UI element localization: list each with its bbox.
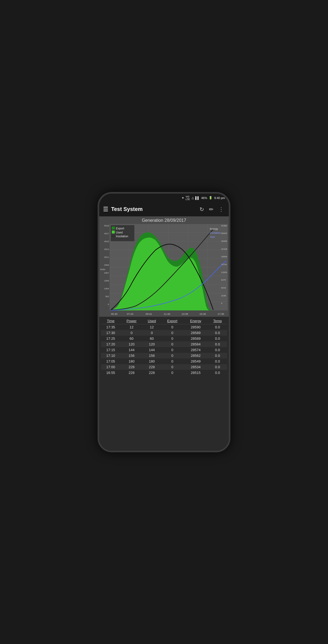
svg-text:Insolation: Insolation [116,234,128,238]
table-cell: 0.0 [208,358,227,364]
table-cell: 228 [121,370,143,376]
col-temp: Temp [208,318,227,324]
table-row: 17:3512120285900.0 [101,324,227,330]
table-row: 16:552282280285150.0 [101,370,227,376]
y-left-label: 2007 [104,272,109,274]
svg-text:05:45: 05:45 [111,312,118,315]
table-cell: 0 [161,358,184,364]
table-cell: 16:55 [101,370,121,376]
table-cell: 28534 [184,364,208,370]
pin-button[interactable]: ✏ [208,205,215,214]
battery-text: 46% [201,196,207,200]
table-row: 17:2560600285890.0 [101,336,227,341]
table-cell: 0.0 [208,370,227,376]
y-right-label: 0 [221,302,227,305]
chart-title: Generation 28/09/2017 [100,218,228,223]
chart-svg: Export Used Insolation Energy Insolation… [110,224,228,316]
y-right-label: 25266 [221,240,227,242]
col-time: Time [101,318,121,324]
table-cell: 17:30 [101,330,121,336]
table-cell: 17:00 [101,364,121,370]
table-cell: 0 [121,330,143,336]
svg-text:17:35: 17:35 [218,312,224,315]
table-cell: 28549 [184,358,208,364]
table-cell: 17:25 [101,336,121,341]
app-title: Test System [111,206,196,212]
svg-text:07:43: 07:43 [127,312,133,315]
table-cell: 17:35 [101,324,121,330]
table-cell: 180 [121,358,143,364]
y-right-label: 12633 [221,271,227,274]
y-left-label: 2509 [104,264,109,266]
y-left-label: 0 [108,303,109,306]
y-left-label: 502 [105,295,109,298]
table-cell: 17:10 [101,353,121,358]
table-cell: 0 [161,353,184,358]
y-left-label: 1506 [104,280,109,282]
y-left-label: 4517 [104,232,109,235]
table-cell: 12 [143,324,161,330]
table-cell: 120 [143,341,161,347]
table-cell: 0.0 [208,336,227,341]
data-table: Time Power Used Export Energy Temp 17:35… [99,317,229,451]
table-cell: 0 [161,336,184,341]
table-cell: 17:05 [101,358,121,364]
table-cell: 180 [143,358,161,364]
table-cell: 228 [143,370,161,376]
table-cell: 228 [121,364,143,370]
svg-rect-18 [112,226,115,229]
y-left-label: 3011 [104,256,109,258]
y-right-label: 3158 [221,294,227,297]
table-cell: 228 [143,364,161,370]
table-cell: 0 [161,347,184,353]
y-left-label: 1004 [104,287,109,290]
table-cell: 28584 [184,341,208,347]
table-cell: 0 [161,364,184,370]
svg-text:Used: Used [116,231,123,234]
svg-text:Energy: Energy [210,227,218,230]
table-cell: 0 [143,330,161,336]
table-cell: 17:20 [101,341,121,347]
table-row: 17:201201200285840.0 [101,341,227,347]
y-right-label: 6316 [221,287,227,289]
lte-indicator: Vo)LTE [186,195,190,201]
table-header-row: Time Power Used Export Energy Temp [101,318,227,324]
col-energy: Energy [184,318,208,324]
y-axis-label: Watts [100,268,105,272]
table-cell: 60 [121,336,143,341]
y-right-label: 28424 [221,232,227,235]
y-right-label: 15791 [221,263,227,266]
svg-text:Export: Export [116,227,124,230]
signal-icon: ▌▌ [195,196,200,200]
table-cell: 28589 [184,336,208,341]
table-cell: 144 [121,347,143,353]
table-row: 17:30000285890.0 [101,330,227,336]
menu-icon[interactable]: ☰ [103,206,108,213]
time-display: 9:40 pm [214,196,225,200]
col-export: Export [161,318,184,324]
y-right-label: 9475 [221,279,227,281]
refresh-button[interactable]: ↻ [198,205,205,214]
chart-inner: Export Used Insolation Energy Insolation… [110,224,228,316]
table-cell: 0 [161,330,184,336]
app-bar: ☰ Test System ↻ ✏ ⋮ [99,202,229,216]
table-cell: 28589 [184,330,208,336]
table-row: 17:101561560285620.0 [101,353,227,358]
table-cell: 0.0 [208,347,227,353]
more-button[interactable]: ⋮ [217,205,225,214]
col-power: Power [121,318,143,324]
table-cell: 156 [143,353,161,358]
chart-area: Watts 5018 4517 4015 3513 3011 2509 2007… [100,224,228,316]
svg-text:Insolation: Insolation [210,231,221,234]
y-left-label: 5018 [104,225,109,227]
svg-text:Yest.: Yest. [210,235,216,238]
table-cell: 0 [161,341,184,347]
bluetooth-icon: ∗ [182,196,184,200]
wifi-icon: △ [192,196,194,200]
y-right-label: 31582 [221,225,227,227]
y-left-label: 4015 [104,240,109,243]
y-right-label: 18949 [221,255,227,258]
table-cell: 17:15 [101,347,121,353]
table-row: 17:002282280285340.0 [101,364,227,370]
y-left-label: 3513 [104,248,109,251]
